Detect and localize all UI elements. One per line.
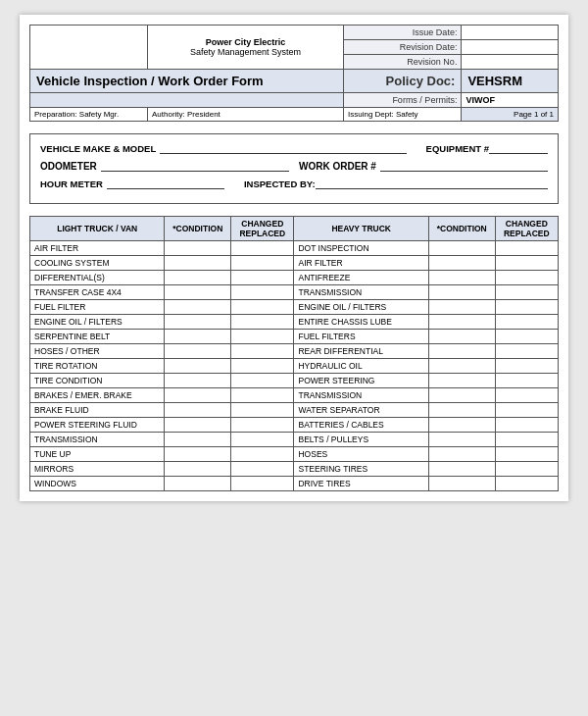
forms-permits-value: VIWOF [462,93,559,108]
heavy-condition-12[interactable] [428,418,495,433]
light-changed-5[interactable] [231,315,294,330]
heavy-changed-3[interactable] [495,285,558,300]
heavy-condition-2[interactable] [428,271,495,285]
light-changed-16[interactable] [231,477,294,491]
light-item-0: AIR FILTER [30,241,165,256]
light-changed-11[interactable] [231,403,294,418]
light-condition-16[interactable] [165,477,231,491]
table-row: FUEL FILTER ENGINE OIL / FILTERS [30,300,559,315]
light-item-5: ENGINE OIL / FILTERS [30,315,165,330]
equipment-label: EQUIPMENT # [426,143,489,154]
light-changed-7[interactable] [231,344,294,359]
make-model-input[interactable] [160,142,406,154]
heavy-condition-8[interactable] [428,359,495,374]
revision-date-label: Revision Date: [344,40,462,55]
light-condition-1[interactable] [165,256,231,271]
light-condition-7[interactable] [165,344,231,359]
heavy-changed-13[interactable] [495,433,558,447]
heavy-item-7: REAR DIFFERENTIAL [294,344,428,359]
light-changed-8[interactable] [231,359,294,374]
light-condition-4[interactable] [165,300,231,315]
light-changed-14[interactable] [231,447,294,462]
heavy-changed-15[interactable] [495,462,558,477]
heavy-condition-1[interactable] [428,256,495,271]
light-changed-3[interactable] [231,285,294,300]
heavy-changed-4[interactable] [495,300,558,315]
heavy-condition-9[interactable] [428,374,495,388]
company-name: Power City Electric [152,37,339,47]
heavy-changed-8[interactable] [495,359,558,374]
light-condition-2[interactable] [165,271,231,285]
header-table: Power City Electric Safety Management Sy… [29,25,559,122]
heavy-item-15: STEERING TIRES [294,462,428,477]
light-changed-15[interactable] [231,462,294,477]
light-condition-8[interactable] [165,359,231,374]
light-item-15: MIRRORS [30,462,165,477]
heavy-condition-13[interactable] [428,433,495,447]
light-condition-5[interactable] [165,315,231,330]
heavy-condition-11[interactable] [428,403,495,418]
heavy-changed-0[interactable] [495,241,558,256]
heavy-changed-11[interactable] [495,403,558,418]
heavy-changed-7[interactable] [495,344,558,359]
revision-no-label: Revision No. [344,55,462,70]
light-condition-12[interactable] [165,418,231,433]
light-changed-6[interactable] [231,330,294,344]
light-condition-14[interactable] [165,447,231,462]
light-changed-0[interactable] [231,241,294,256]
heavy-condition-4[interactable] [428,300,495,315]
heavy-condition-3[interactable] [428,285,495,300]
light-changed-13[interactable] [231,433,294,447]
light-changed-4[interactable] [231,300,294,315]
work-order-input[interactable] [380,160,548,172]
light-condition-0[interactable] [165,241,231,256]
light-changed-12[interactable] [231,418,294,433]
work-order-col: WORK ORDER # [299,160,548,172]
heavy-item-4: ENGINE OIL / FILTERS [294,300,428,315]
table-row: SERPENTINE BELT FUEL FILTERS [30,330,559,344]
heavy-condition-7[interactable] [428,344,495,359]
equipment-input[interactable] [489,142,548,154]
table-row: HOSES / OTHER REAR DIFFERENTIAL [30,344,559,359]
light-item-7: HOSES / OTHER [30,344,165,359]
heavy-changed-2[interactable] [495,271,558,285]
heavy-condition-16[interactable] [428,477,495,491]
heavy-condition-14[interactable] [428,447,495,462]
light-condition-9[interactable] [165,374,231,388]
light-changed-2[interactable] [231,271,294,285]
light-changed-10[interactable] [231,388,294,403]
heavy-changed-6[interactable] [495,330,558,344]
heavy-changed-9[interactable] [495,374,558,388]
inspected-by-input[interactable] [316,178,548,189]
heavy-item-11: WATER SEPARATOR [294,403,428,418]
heavy-changed-14[interactable] [495,447,558,462]
light-changed-1[interactable] [231,256,294,271]
table-row: DIFFERENTIAL(S) ANTIFREEZE [30,271,559,285]
heavy-condition-15[interactable] [428,462,495,477]
table-row: TRANSMISSION BELTS / PULLEYS [30,433,559,447]
heavy-condition-6[interactable] [428,330,495,344]
light-condition-11[interactable] [165,403,231,418]
heavy-changed-5[interactable] [495,315,558,330]
heavy-changed-10[interactable] [495,388,558,403]
light-item-4: FUEL FILTER [30,300,165,315]
table-row: TIRE ROTATION HYDRAULIC OIL [30,359,559,374]
heavy-changed-12[interactable] [495,418,558,433]
heavy-condition-5[interactable] [428,315,495,330]
light-condition-6[interactable] [165,330,231,344]
light-condition-13[interactable] [165,433,231,447]
policy-doc-value: VEHSRM [462,70,559,93]
heavy-changed-1[interactable] [495,256,558,271]
odometer-input[interactable] [101,160,289,172]
light-condition-3[interactable] [165,285,231,300]
heavy-condition-0[interactable] [428,241,495,256]
heavy-condition-10[interactable] [428,388,495,403]
light-condition-10[interactable] [165,388,231,403]
heavy-item-6: FUEL FILTERS [294,330,428,344]
odometer-col: ODOMETER [40,160,289,172]
odometer-label: ODOMETER [40,161,97,172]
hour-meter-input[interactable] [107,178,224,189]
light-condition-15[interactable] [165,462,231,477]
light-changed-9[interactable] [231,374,294,388]
heavy-changed-16[interactable] [495,477,558,491]
